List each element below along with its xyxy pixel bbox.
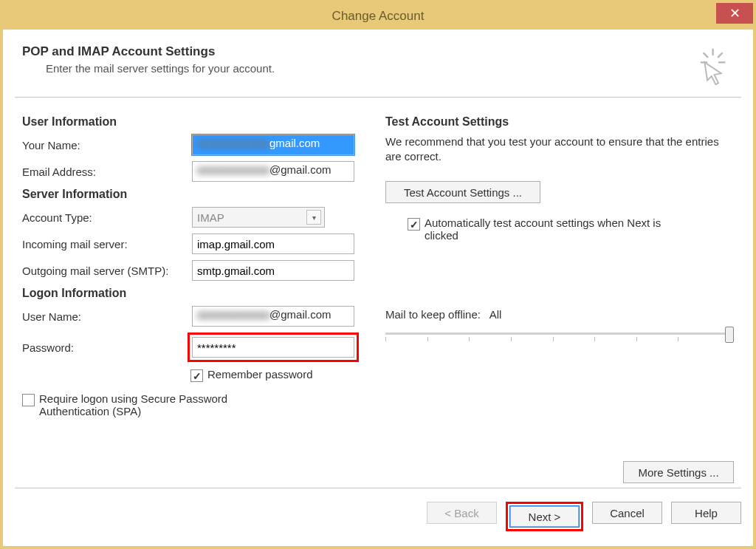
remember-password-checkbox[interactable] bbox=[190, 369, 203, 382]
mail-offline-label: Mail to keep offline: bbox=[385, 308, 481, 321]
dialog-body: POP and IMAP Account Settings Enter the … bbox=[6, 33, 750, 543]
close-button[interactable]: ✕ bbox=[716, 3, 753, 24]
window-title: Change Account bbox=[332, 9, 425, 24]
user-name-row: User Name: xxxxxxxxxxxxxx@gmail.com bbox=[22, 306, 371, 327]
mail-offline-section: Mail to keep offline: All bbox=[385, 308, 734, 346]
next-highlight: Next > bbox=[506, 502, 583, 531]
titlebar: Change Account ✕ bbox=[3, 3, 753, 30]
header-title: POP and IMAP Account Settings bbox=[22, 44, 737, 59]
change-account-dialog: Change Account ✕ POP and IMAP Account Se… bbox=[0, 0, 756, 549]
auto-test-checkbox[interactable] bbox=[408, 218, 420, 231]
more-settings-button[interactable]: More Settings ... bbox=[623, 461, 734, 483]
test-settings-description: We recommend that you test your account … bbox=[385, 134, 734, 163]
more-settings-wrap: More Settings ... bbox=[623, 461, 734, 483]
server-info-heading: Server Information bbox=[22, 188, 371, 201]
header-section: POP and IMAP Account Settings Enter the … bbox=[15, 40, 741, 98]
user-name-input[interactable]: xxxxxxxxxxxxxx@gmail.com bbox=[192, 306, 354, 327]
logon-info-heading: Logon Information bbox=[22, 287, 371, 300]
wizard-button-bar: < Back Next > Cancel Help bbox=[15, 488, 741, 531]
slider-thumb[interactable] bbox=[725, 327, 734, 343]
auto-test-label: Automatically test account settings when… bbox=[425, 216, 668, 242]
email-row: Email Address: xxxxxxxxxxxxxx@gmail.com bbox=[22, 161, 371, 182]
form-columns: User Information Your Name: xxxxxxxxxxxx… bbox=[15, 98, 741, 422]
help-button[interactable]: Help bbox=[671, 502, 741, 524]
account-type-value: IMAP bbox=[197, 211, 224, 224]
spa-label: Require logon using Secure Password Auth… bbox=[39, 392, 298, 417]
remember-password-row: Remember password bbox=[190, 368, 371, 382]
spa-checkbox[interactable] bbox=[22, 394, 35, 406]
email-label: Email Address: bbox=[22, 166, 192, 178]
remember-password-label: Remember password bbox=[207, 368, 313, 381]
test-settings-heading: Test Account Settings bbox=[385, 115, 734, 129]
email-input[interactable]: xxxxxxxxxxxxxx@gmail.com bbox=[192, 161, 354, 182]
next-button[interactable]: Next > bbox=[509, 505, 580, 528]
mail-offline-slider[interactable] bbox=[385, 327, 734, 346]
password-highlight bbox=[188, 333, 359, 362]
user-info-heading: User Information bbox=[22, 115, 371, 129]
svg-line-2 bbox=[718, 52, 723, 58]
outgoing-label: Outgoing mail server (SMTP): bbox=[22, 265, 192, 277]
close-icon: ✕ bbox=[729, 5, 740, 21]
incoming-input[interactable] bbox=[192, 233, 354, 254]
mail-offline-value: All bbox=[489, 308, 502, 321]
left-column: User Information Your Name: xxxxxxxxxxxx… bbox=[22, 111, 378, 422]
cancel-button[interactable]: Cancel bbox=[592, 502, 662, 524]
chevron-down-icon: ▾ bbox=[306, 210, 321, 225]
password-input[interactable] bbox=[192, 337, 354, 358]
outgoing-input[interactable] bbox=[192, 260, 354, 281]
test-account-settings-button[interactable]: Test Account Settings ... bbox=[385, 181, 540, 203]
your-name-input[interactable]: xxxxxxxxxxxxxxgmail.com bbox=[192, 134, 354, 155]
your-name-row: Your Name: xxxxxxxxxxxxxxgmail.com bbox=[22, 134, 371, 155]
auto-test-row: Automatically test account settings when… bbox=[408, 216, 734, 242]
account-type-row: Account Type: IMAP ▾ bbox=[22, 207, 371, 228]
user-name-label: User Name: bbox=[22, 310, 192, 323]
incoming-row: Incoming mail server: bbox=[22, 233, 371, 254]
password-label: Password: bbox=[22, 341, 192, 354]
outgoing-row: Outgoing mail server (SMTP): bbox=[22, 260, 371, 281]
password-row: Password: bbox=[22, 333, 371, 362]
account-type-label: Account Type: bbox=[22, 211, 192, 224]
your-name-label: Your Name: bbox=[22, 139, 192, 151]
svg-line-1 bbox=[704, 52, 709, 58]
back-button: < Back bbox=[427, 502, 497, 524]
header-subtitle: Enter the mail server settings for your … bbox=[46, 62, 737, 75]
account-type-select: IMAP ▾ bbox=[192, 207, 325, 228]
cursor-sparkle-icon bbox=[687, 44, 731, 89]
spa-row: Require logon using Secure Password Auth… bbox=[22, 392, 371, 417]
right-column: Test Account Settings We recommend that … bbox=[378, 111, 734, 422]
mail-offline-label-row: Mail to keep offline: All bbox=[385, 308, 734, 321]
incoming-label: Incoming mail server: bbox=[22, 238, 192, 250]
